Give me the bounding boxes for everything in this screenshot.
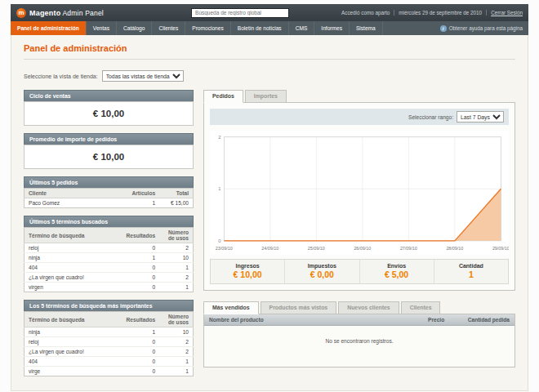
table-cell: 1 <box>122 327 160 337</box>
nav-item-promociones[interactable]: Promociones <box>185 21 230 35</box>
table-cell: 1 <box>159 283 193 292</box>
range-select[interactable]: Last 7 Days <box>457 111 504 122</box>
average-orders-title: Promedio de importe de pedidos <box>24 133 194 145</box>
logo: m Magento Admin Panel <box>16 8 139 18</box>
svg-text:26/09/10: 26/09/10 <box>354 246 371 251</box>
tab-nuevos-clientes[interactable]: Nuevos clientes <box>338 301 399 314</box>
divider <box>486 10 487 16</box>
range-selector: Seleccionar rango: Last 7 Days <box>210 109 509 125</box>
table-row[interactable]: ¿La virgen que cuadro!02 <box>24 273 194 283</box>
table-cell: 0 <box>122 273 160 283</box>
table-row[interactable]: 40401 <box>24 357 194 367</box>
logged-in-as: Accedió como aparto <box>341 10 390 16</box>
bottom-section: Más vendidosProductos más vistosNuevos c… <box>203 301 515 368</box>
stat-cantidad: Cantidad1 <box>434 260 508 283</box>
nav-item-catalogo[interactable]: Catálogo <box>117 21 152 35</box>
nav-item-ventas[interactable]: Ventas <box>87 21 117 35</box>
stat-impuestos: Impuestos€ 0,00 <box>284 260 359 283</box>
table-cell: 0 <box>122 283 160 292</box>
column-header-resultados: Resultados <box>122 312 160 327</box>
nav-items: Panel de administraciónVentasCatálogoCli… <box>11 21 383 35</box>
dashboard-main-column: PedidosImportes Seleccionar rango: Last … <box>203 90 515 368</box>
app-title-brand: Magento <box>29 9 60 17</box>
top-search-terms-box: Los 5 términos de búsqueda más important… <box>24 300 194 376</box>
nav-item-clientes[interactable]: Clientes <box>152 21 185 35</box>
top-search-terms-table: Término de búsquedaResultadosNúmero de u… <box>24 311 194 376</box>
svg-text:25/09/10: 25/09/10 <box>308 246 325 251</box>
table-cell: 10 <box>159 253 193 263</box>
table-cell: 2 <box>159 347 193 357</box>
lifetime-sales-value: € 10,00 <box>24 101 194 126</box>
column-header-articulos: Artículos <box>126 189 159 198</box>
table-cell: reloj <box>24 337 122 347</box>
tab-mas-vendidos[interactable]: Más vendidos <box>203 301 259 314</box>
store-view-select[interactable]: Todas las vistas de tienda <box>102 70 184 82</box>
table-row[interactable]: ninja110 <box>24 253 194 263</box>
current-date: miércoles 29 de septiembre de 2010 <box>399 10 482 16</box>
table-row[interactable]: ninja110 <box>24 327 194 337</box>
global-search-input[interactable] <box>191 8 289 18</box>
nav-item-panel-de-administracion[interactable]: Panel de administración <box>11 21 87 35</box>
table-cell: ¿La virgen que cuadro! <box>24 273 122 283</box>
last-orders-table: ClienteArtículosTotalPaco Gomez1€ 15,00 <box>24 188 194 208</box>
logout-link[interactable]: Cerrar Sesión <box>491 10 523 16</box>
table-cell: 2 <box>159 243 193 253</box>
column-header-termino-de-busqueda: Término de búsqueda <box>24 228 122 243</box>
table-cell: 10 <box>159 327 193 337</box>
nav-item-cms[interactable]: CMS <box>289 21 315 35</box>
store-switcher: Seleccione la vista de tienda: Todas las… <box>24 70 515 82</box>
nav-item-boletin-de-noticias[interactable]: Boletín de noticias <box>231 21 289 35</box>
table-row[interactable]: reloj02 <box>24 243 194 253</box>
table-row[interactable]: virgen01 <box>24 283 194 292</box>
last-orders-box: Últimos 5 pedidos ClienteArtículosTotalP… <box>24 176 194 208</box>
svg-text:27/09/10: 27/09/10 <box>400 246 417 251</box>
table-row[interactable]: 40401 <box>24 263 194 273</box>
products-grid: Nombre del productoPrecioCantidad pedida… <box>203 314 515 368</box>
table-cell: 0 <box>122 337 160 347</box>
table-row[interactable]: Paco Gomez1€ 15,00 <box>24 198 194 208</box>
stat-value: € 5,00 <box>360 270 434 279</box>
tab-importes[interactable]: Importes <box>245 90 287 103</box>
help-link[interactable]: i Obtener ayuda para esta página <box>440 25 523 32</box>
data-table: Término de búsquedaResultadosNúmero de u… <box>24 227 194 292</box>
page-title: Panel de administración <box>24 43 515 60</box>
table-cell: 0 <box>122 357 160 367</box>
svg-text:29/09/10: 29/09/10 <box>492 246 509 251</box>
nav-item-sistema[interactable]: Sistema <box>350 21 383 35</box>
table-cell: € 15,00 <box>159 198 193 208</box>
table-row[interactable]: reloj02 <box>24 337 194 347</box>
stat-label: Ingresos <box>211 263 284 269</box>
info-icon: i <box>440 25 447 32</box>
tab-productos-mas-vistos[interactable]: Productos más vistos <box>261 301 337 314</box>
table-cell: 404 <box>24 263 122 273</box>
tab-pedidos[interactable]: Pedidos <box>203 90 243 103</box>
data-table: Nombre del productoPrecioCantidad pedida… <box>204 314 514 367</box>
stat-ingresos: Ingresos€ 10,00 <box>211 260 284 283</box>
table-cell: 2 <box>159 337 193 347</box>
empty-row: No se encontraron registros. <box>204 326 514 368</box>
table-row[interactable]: ¿La virgen que cuadro!02 <box>24 347 194 357</box>
svg-text:1: 1 <box>218 186 220 191</box>
table-cell: ¿La virgen que cuadro! <box>24 347 122 357</box>
table-cell: ninja <box>24 253 122 263</box>
column-header-cantidad-pedida: Cantidad pedida <box>449 314 514 326</box>
nav-item-informes[interactable]: Informes <box>314 21 350 35</box>
stat-label: Impuestos <box>285 263 359 269</box>
column-header-cliente: Cliente <box>24 189 126 198</box>
data-table: ClienteArtículosTotalPaco Gomez1€ 15,00 <box>24 188 194 208</box>
stat-value: € 10,00 <box>211 270 284 279</box>
svg-text:23/09/10: 23/09/10 <box>216 246 233 251</box>
column-header-resultados: Resultados <box>122 228 160 243</box>
lifetime-sales-box: Ciclo de ventas € 10,00 <box>24 90 194 126</box>
stat-label: Envíos <box>360 263 434 269</box>
content-area: Panel de administración Seleccione la vi… <box>11 35 528 391</box>
table-cell: 404 <box>24 357 122 367</box>
column-header-total: Total <box>159 189 193 198</box>
table-row[interactable]: virge01 <box>24 367 194 376</box>
range-label: Seleccionar rango: <box>408 114 453 120</box>
table-cell: Paco Gomez <box>24 198 126 208</box>
tab-clientes[interactable]: Clientes <box>401 301 441 314</box>
column-header-termino-de-busqueda: Término de búsqueda <box>24 312 122 327</box>
top-search-terms-title: Los 5 términos de búsqueda más important… <box>24 300 194 311</box>
dashboard: Ciclo de ventas € 10,00 Promedio de impo… <box>24 90 515 384</box>
